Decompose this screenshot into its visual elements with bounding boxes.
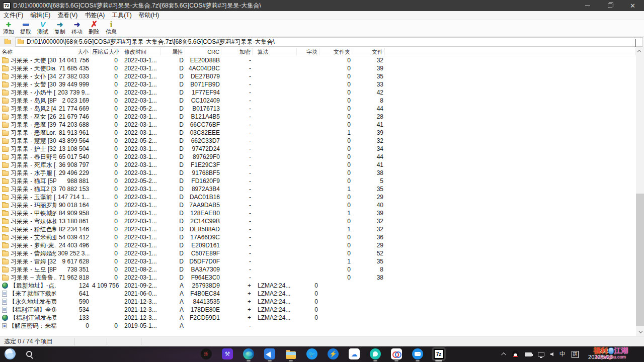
cell-name[interactable]: 习呆呆 - 死库水 [... [0, 161, 56, 169]
cell-name[interactable]: 习呆呆 - 慧慧 [30... [0, 137, 56, 145]
copy-button[interactable]: ➜ 复制 [51, 20, 68, 36]
start-button[interactable] [4, 348, 16, 360]
table-row[interactable]: 【最新地址】-点...1244 109 756 ...2021-09-2...A… [0, 282, 636, 290]
cell-name[interactable]: 习呆呆 - 甲铁城的... [0, 209, 56, 218]
col-name[interactable]: 名称 [0, 48, 56, 55]
cell-name[interactable]: 习呆呆 - 艾米莉亚... [0, 233, 56, 242]
table-row[interactable]: 习呆呆 - 猫耳2 [3...70 882 15302022-03-1...D8… [0, 185, 636, 193]
table-row[interactable]: 习呆呆 - 岛风2 [4...21 774 66902022-05-2...DB… [0, 105, 636, 113]
table-row[interactable]: 习呆呆 - 岛风 [8P]2 023 16902022-03-1...DCC10… [0, 97, 636, 105]
cell-name[interactable]: 习呆呆 - 粉红色制... [0, 225, 56, 234]
scroll-down-button[interactable] [636, 328, 644, 336]
taskbar-app-lightning[interactable]: ⚡ [327, 348, 339, 360]
table-row[interactable]: 【福利江湖发布页...1332021-12-3...AF2CD59D1+LZMA… [0, 314, 636, 322]
cell-name[interactable]: 习呆呆 - 玛丽罗斯... [0, 201, 56, 210]
cell-name[interactable]: 【福利江湖】全免... [0, 306, 56, 314]
cell-name[interactable]: 习呆呆 - 恶魔Lor... [0, 129, 56, 137]
cell-name[interactable]: 习呆呆 - 岛风2 [4... [0, 105, 56, 113]
scroll-up-button[interactable] [636, 47, 644, 55]
col-size[interactable]: 大小 [56, 48, 91, 55]
test-button[interactable]: V 测试 [34, 20, 51, 36]
scrollbar-thumb[interactable] [636, 194, 644, 326]
cell-name[interactable]: 习呆呆 - 护士 [32... [0, 145, 56, 153]
cell-name[interactable]: 习呆呆 - 萝莉·麦... [0, 241, 56, 250]
taskbar-app-cloud[interactable]: ☁ [348, 348, 360, 360]
cell-name[interactable]: 习呆呆 - 玉藻前 [... [0, 193, 56, 202]
volume-icon[interactable] [550, 352, 553, 356]
qq-penguin-tray-icon[interactable] [512, 350, 519, 358]
ime-pinyin-indicator[interactable]: 拼 [572, 351, 579, 358]
vertical-scrollbar[interactable] [636, 47, 644, 336]
table-row[interactable]: 【福利江湖】全免...5342021-12-3...A178DE80E+LZMA… [0, 306, 636, 314]
address-input[interactable]: D:\01\000000\[68套5.6G]COS#萝莉#习呆呆-大集合.7z\… [15, 37, 643, 47]
taskbar-search-button[interactable] [23, 348, 35, 360]
table-row[interactable]: 习呆呆 - 慧慧 [30...43 899 56402022-05-2...D6… [0, 137, 636, 145]
cell-name[interactable]: 【最新地址】-点... [0, 282, 56, 290]
table-row[interactable]: 习呆呆 - 天使Dia...71 685 43502022-03-1...D4A… [0, 64, 636, 72]
table-row[interactable]: 【解压密码：来福...002019-05-1...A- [0, 322, 636, 330]
cell-name[interactable]: 习呆呆 - 天使Dia... [0, 64, 56, 73]
table-row[interactable]: 习呆呆 - 水手服 [...29 496 22902022-03-1...D91… [0, 169, 636, 177]
cell-name[interactable]: 习呆呆 - 女警 [30... [0, 80, 56, 89]
table-row[interactable]: 习呆呆 - 春日野穹...65 017 54002022-03-1...D897… [0, 153, 636, 161]
tray-chevron-up-icon[interactable] [501, 352, 506, 357]
table-row[interactable]: 习呆呆 - 玉藻前 [...147 714 1...02022-03-1...D… [0, 193, 636, 201]
delete-button[interactable]: ✗ 删除 [86, 20, 103, 36]
table-row[interactable]: 【永久地址发布页...5902021-12-3...A84413535+LZMA… [0, 298, 636, 306]
table-row[interactable]: 习呆呆 - 死库水 [...36 908 79702022-03-1...DF1… [0, 161, 636, 169]
table-row[interactable]: 习呆呆 - 小奶牛 [...203 739 9...02022-03-1...D… [0, 88, 636, 97]
cell-name[interactable]: 习呆呆 - 雷姆 [32... [0, 257, 56, 266]
cell-name[interactable]: 习呆呆 - 穹妹体操... [0, 217, 56, 226]
table-row[interactable]: 习呆呆 - 女警 [30...39 449 99902022-03-1...DB… [0, 80, 636, 88]
info-button[interactable]: i 信息 [103, 20, 120, 36]
cell-name[interactable]: 习呆呆 - 恶魔 [39... [0, 121, 56, 129]
battery-icon[interactable] [525, 352, 532, 356]
cell-name[interactable]: 习呆呆 - 小奶牛 [... [0, 88, 56, 97]
cell-name[interactable]: 【福利江湖发布页... [0, 314, 56, 322]
col-crc[interactable]: CRC [185, 48, 221, 55]
table-row[interactable]: 习呆呆 - 艾米莉亚...54 039 41202022-03-1...D17A… [0, 233, 636, 241]
menu-view[interactable]: 查看(V) [54, 11, 81, 20]
table-row[interactable]: 习呆呆 - 恶魔Lor...81 913 96102022-03-1...D03… [0, 129, 636, 137]
menu-help[interactable]: 帮助(H) [135, 11, 163, 20]
table-row[interactable]: 习呆呆 - 노모 [8P]738 35102021-08-2...DBA3A73… [0, 265, 636, 274]
taskbar-app-twitter[interactable]: 🐦 [306, 348, 318, 360]
table-row[interactable]: 习呆呆 - 天使 [30...14 041 75602022-03-1...DE… [0, 56, 636, 64]
table-row[interactable]: 习呆呆 - 玛丽罗斯...90 018 16402022-03-1...D7AA… [0, 201, 636, 209]
cell-name[interactable]: 习呆呆 - 巫女 [26... [0, 113, 56, 121]
col-block[interactable]: 字块 [297, 48, 319, 55]
cell-name[interactable]: 【解压密码：来福... [0, 322, 56, 330]
table-row[interactable]: 习呆呆 - 甲铁城的...84 909 95802022-03-1...D128… [0, 209, 636, 217]
taskbar-app-black-circle[interactable] [200, 348, 212, 360]
display-icon[interactable] [538, 352, 544, 356]
col-folders[interactable]: 文件夹 [319, 48, 352, 55]
move-button[interactable]: ➜ 移动 [68, 20, 86, 36]
cell-name[interactable]: 习呆呆 - 岛风 [8P] [0, 97, 56, 105]
table-row[interactable]: 习呆呆 - 猫耳 [5P]988 88102022-05-2...DFD1620… [0, 177, 636, 185]
cell-name[interactable]: 习呆呆 – 克鲁鲁... [0, 274, 56, 282]
cell-name[interactable]: 习呆呆 - 水手服 [... [0, 169, 56, 177]
table-row[interactable]: 习呆呆 - 雷姆 [32...9 617 62802022-03-1...DD5… [0, 257, 636, 265]
cell-name[interactable]: 习呆呆 - 猫耳2 [3... [0, 185, 56, 194]
table-row[interactable]: 【来了就能下载的...6412021-06-0...AF4B0EC84+LZMA… [0, 290, 636, 298]
close-button[interactable]: ✕ [621, 0, 644, 11]
menu-file[interactable]: 文件(F) [0, 11, 27, 20]
parent-folder-button[interactable] [2, 38, 13, 46]
table-row[interactable]: 习呆呆 - 恶魔 [39...74 203 68802022-03-1...D6… [0, 121, 636, 129]
maximize-button[interactable] [599, 0, 621, 11]
taskbar-app-knot[interactable] [390, 348, 403, 360]
taskbar-app-toolbox[interactable]: ⚒ [221, 348, 233, 360]
table-row[interactable]: 习呆呆 - 粉红色制...82 234 14602022-03-1...DDE8… [0, 225, 636, 233]
table-row[interactable]: 习呆呆 - 女仆 [34...27 382 03302022-03-1...DD… [0, 72, 636, 80]
cell-name[interactable]: 习呆呆 - 女仆 [34... [0, 72, 56, 81]
table-row[interactable]: 习呆呆 - 护士 [32...13 108 50402022-03-1...D9… [0, 145, 636, 153]
cell-name[interactable]: 【永久地址发布页... [0, 298, 56, 306]
menu-bookmarks[interactable]: 书签(A) [81, 11, 108, 20]
cell-name[interactable]: 习呆呆 - 天使 [30... [0, 56, 56, 65]
taskbar-app-transfer[interactable] [412, 348, 424, 360]
cell-name[interactable]: 习呆呆 - 春日野穹... [0, 153, 56, 161]
cell-name[interactable]: 【来了就能下载的... [0, 290, 56, 298]
taskbar-app-explorer[interactable] [285, 348, 297, 360]
cell-name[interactable]: 习呆呆 - 蕾姆婚纱... [0, 249, 56, 258]
table-row[interactable]: 习呆呆 - 蕾姆婚纱...309 252 3...02022-03-1...DC… [0, 249, 636, 257]
